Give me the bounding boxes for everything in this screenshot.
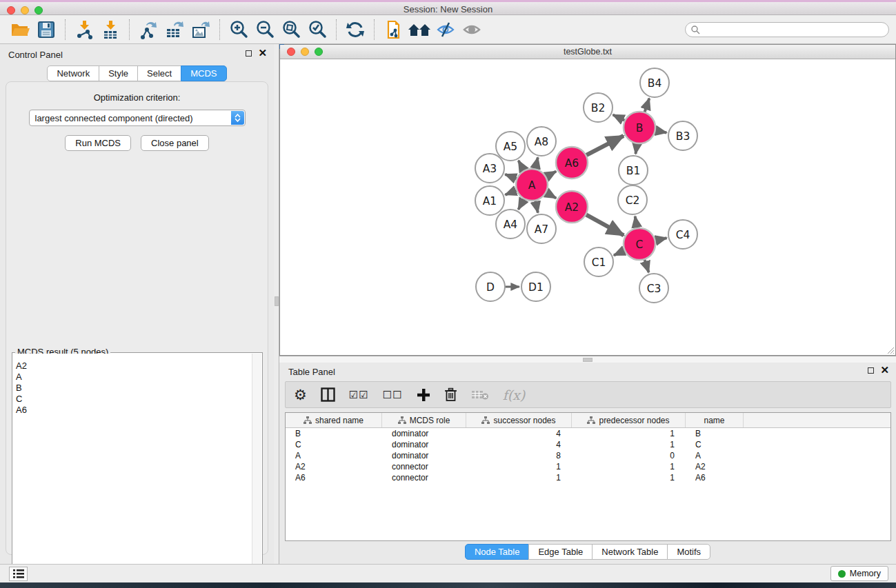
search-field[interactable] [685,22,889,37]
search-input[interactable] [700,25,888,34]
task-history-button[interactable] [9,567,28,581]
deselect-all-icon[interactable]: ☐☐ [383,385,403,405]
cell-name[interactable]: A [686,450,744,461]
clone-network-icon[interactable] [381,19,405,41]
node-A5[interactable]: A5 [496,132,525,161]
function-builder-icon[interactable]: f(x) [503,385,526,405]
zoom-out-icon[interactable] [253,19,277,41]
export-image-icon[interactable] [189,19,212,41]
cell-shared-name[interactable]: A [286,450,382,461]
column-header-MCDS-role[interactable]: MCDS role [382,413,466,427]
splitter-grip[interactable] [583,358,593,362]
hide-graphics-details-icon[interactable] [434,19,457,41]
mcds-result-item[interactable]: B [16,383,252,394]
zoom-selected-icon[interactable] [306,19,329,41]
tab-network-table[interactable]: Network Table [592,544,668,560]
cell-successor-nodes[interactable]: 4 [466,428,572,439]
horizontal-splitter[interactable] [279,356,896,363]
mcds-result-item[interactable]: A6 [16,405,252,416]
network-canvas[interactable]: B4B2BB3A5A8A6A3AB1A1C2A4A7A2CC4C1C3DD1 [280,59,895,355]
column-header-successor-nodes[interactable]: successor nodes [466,413,572,427]
node-D1[interactable]: D1 [521,272,550,301]
mcds-result-item[interactable]: A2 [16,361,252,372]
cell-shared-name[interactable]: B [286,428,382,439]
tab-node-table[interactable]: Node Table [465,544,530,560]
cell-predecessor-nodes[interactable]: 1 [572,461,686,472]
node-A2[interactable]: A2 [556,191,588,223]
table-row[interactable]: Bdominator41B [286,428,890,439]
cell-MCDS-role[interactable]: connector [382,461,466,472]
cell-shared-name[interactable]: A6 [286,472,382,483]
show-column-icon[interactable] [321,385,335,405]
cell-predecessor-nodes[interactable]: 1 [572,472,686,483]
zoom-in-icon[interactable] [227,19,250,41]
add-column-icon[interactable] [417,385,430,405]
node-C4[interactable]: C4 [668,220,697,249]
show-graphics-details-icon[interactable] [460,19,484,41]
cell-successor-nodes[interactable]: 4 [466,439,572,450]
export-table-icon[interactable] [163,19,186,41]
node-A6[interactable]: A6 [556,147,588,179]
node-B1[interactable]: B1 [619,156,648,185]
home-layout-icon[interactable] [408,19,431,41]
import-network-icon[interactable] [72,19,96,41]
mcds-result-item[interactable]: C [16,394,252,405]
select-all-icon[interactable]: ☑☑ [349,385,369,405]
node-B4[interactable]: B4 [640,68,669,97]
float-panel-icon[interactable] [246,50,252,57]
node-B2[interactable]: B2 [584,93,613,122]
resize-grip-icon[interactable] [885,345,895,354]
delete-table-icon[interactable] [471,385,489,405]
cell-MCDS-role[interactable]: dominator [382,450,466,461]
tab-select[interactable]: Select [137,65,181,81]
table-row[interactable]: A2connector11A2 [286,461,890,472]
node-A7[interactable]: A7 [527,214,556,243]
import-table-icon[interactable] [99,19,122,41]
table-row[interactable]: Cdominator41C [286,439,890,450]
mcds-result-list[interactable]: A2ABCA6 [13,354,252,588]
node-C3[interactable]: C3 [639,274,668,303]
node-A3[interactable]: A3 [475,154,504,183]
close-panel-button[interactable]: Close panel [141,135,209,151]
table-row[interactable]: A6connector11A6 [286,472,890,483]
splitter-grip[interactable] [275,296,279,306]
cell-name[interactable]: A2 [686,461,744,472]
save-session-icon[interactable] [34,19,58,41]
run-mcds-button[interactable]: Run MCDS [65,135,131,151]
table-options-icon[interactable]: ⚙ [294,385,307,405]
node-A[interactable]: A [516,169,548,201]
cell-predecessor-nodes[interactable]: 1 [572,439,686,450]
column-header-name[interactable]: name [686,413,744,427]
node-B3[interactable]: B3 [668,121,697,150]
node-A1[interactable]: A1 [475,186,504,215]
node-A4[interactable]: A4 [496,210,525,239]
column-header-predecessor-nodes[interactable]: predecessor nodes [572,413,686,427]
tab-motifs[interactable]: Motifs [667,544,710,560]
node-C2[interactable]: C2 [618,185,647,214]
column-header-shared-name[interactable]: shared name [286,413,382,427]
network-window-titlebar[interactable]: testGlobe.txt [280,45,895,59]
cell-name[interactable]: A6 [686,472,744,483]
table-row[interactable]: Adominator80A [286,450,890,461]
tab-style[interactable]: Style [99,65,138,81]
close-panel-icon[interactable]: ✕ [258,50,267,57]
zoom-fit-icon[interactable] [279,19,303,41]
node-C1[interactable]: C1 [584,247,613,276]
float-table-panel-icon[interactable] [868,367,874,374]
cell-name[interactable]: C [686,439,744,450]
cell-MCDS-role[interactable]: connector [382,472,466,483]
cell-predecessor-nodes[interactable]: 1 [572,428,686,439]
node-D[interactable]: D [476,272,505,301]
close-table-panel-icon[interactable]: ✕ [880,367,889,374]
mcds-result-item[interactable]: A [16,372,252,383]
cell-successor-nodes[interactable]: 1 [466,472,572,483]
node-C[interactable]: C [624,228,655,260]
criterion-select[interactable]: largest connected component (directed) [29,110,246,126]
node-A8[interactable]: A8 [527,127,556,156]
tab-mcds[interactable]: MCDS [181,65,226,81]
cell-MCDS-role[interactable]: dominator [382,439,466,450]
cell-shared-name[interactable]: A2 [286,461,382,472]
result-scrollbar[interactable] [252,354,261,588]
refresh-icon[interactable] [344,19,367,41]
export-network-icon[interactable] [137,19,160,41]
